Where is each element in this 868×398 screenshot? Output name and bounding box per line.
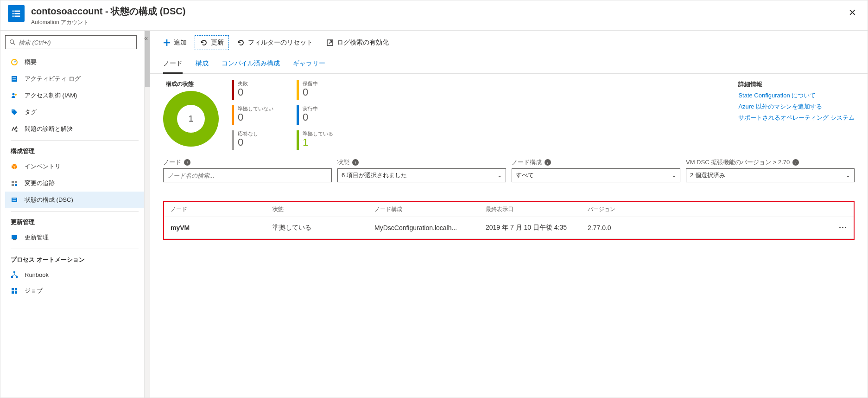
enable-log-search-button[interactable]: ログ検索の有効化 <box>321 35 394 50</box>
stat-value: 0 <box>238 137 258 148</box>
external-link-icon <box>326 39 334 47</box>
table-header-row: ノード 状態 ノード構成 最終表示日 バージョン <box>164 202 854 217</box>
status-counts: 失敗0保留中0準拠していない0実行中0応答なし0準拠している1 <box>232 80 352 150</box>
sidebar-item-tags[interactable]: タグ <box>5 104 144 121</box>
col-status[interactable]: 状態 <box>272 205 374 213</box>
cell-last: 2019 年 7 月 10 日午後 4:35 <box>486 224 588 232</box>
sidebar-item-jobs[interactable]: ジョブ <box>5 282 144 299</box>
info-icon[interactable]: i <box>545 159 551 166</box>
svg-point-12 <box>13 93 15 96</box>
chevron-down-icon: ⌄ <box>497 172 502 179</box>
button-label: 追加 <box>174 39 187 47</box>
chevron-down-icon: ⌄ <box>846 172 850 179</box>
svg-rect-17 <box>12 184 14 186</box>
tab-gallery[interactable]: ギャラリー <box>293 55 325 73</box>
page-subtitle: Automation アカウント <box>31 19 845 26</box>
stat-item: 応答なし0 <box>232 130 287 150</box>
runbook-icon <box>11 271 18 278</box>
chevron-down-icon: ⌄ <box>672 172 676 179</box>
filter-version-label: VM DSC 拡張機能のバージョン > 2.70i <box>686 158 855 167</box>
button-label: 更新 <box>211 39 224 47</box>
nav-label: 更新管理 <box>25 233 49 242</box>
tab-configurations[interactable]: 構成 <box>196 55 209 73</box>
change-tracking-icon <box>11 180 18 187</box>
table-row[interactable]: myVM 準拠している MyDscConfiguration.localh...… <box>164 217 854 239</box>
nav-label: アクティビティ ログ <box>25 75 81 83</box>
info-icon[interactable]: i <box>352 159 359 166</box>
nav-label: アクセス制御 (IAM) <box>25 91 77 100</box>
svg-line-7 <box>13 43 15 45</box>
stat-bar <box>297 105 299 125</box>
node-search-input[interactable] <box>167 172 328 179</box>
sidebar-item-iam[interactable]: アクセス制御 (IAM) <box>5 87 144 104</box>
row-actions-button[interactable]: ··· <box>819 223 847 233</box>
col-last[interactable]: 最終表示日 <box>486 205 588 213</box>
sidebar-item-diagnose[interactable]: 問題の診断と解決 <box>5 121 144 137</box>
sidebar-item-overview[interactable]: 概要 <box>5 54 144 71</box>
sidebar-item-dsc[interactable]: 状態の構成 (DSC) <box>5 192 144 208</box>
nav-label: タグ <box>25 108 37 116</box>
cell-config: MyDscConfiguration.localh... <box>374 224 486 231</box>
filter-config-select[interactable]: すべて ⌄ <box>512 168 680 182</box>
nav-label: 変更の追跡 <box>25 179 55 187</box>
svg-rect-3 <box>14 13 20 14</box>
sidebar-item-activity-log[interactable]: アクティビティ ログ <box>5 71 144 87</box>
nav-section-config: 構成管理 <box>5 141 144 158</box>
diagnose-icon <box>11 125 18 133</box>
tab-nodes[interactable]: ノード <box>163 55 183 73</box>
activity-log-icon <box>11 75 18 83</box>
sidebar-item-inventory[interactable]: インベントリ <box>5 158 144 175</box>
stat-item: 準拠している1 <box>297 130 352 150</box>
info-icon[interactable]: i <box>792 159 799 166</box>
stat-item: 準拠していない0 <box>232 105 287 125</box>
svg-rect-24 <box>13 271 15 273</box>
stat-bar <box>297 80 299 100</box>
col-version[interactable]: バージョン <box>588 205 819 213</box>
filter-version-select[interactable]: 2 個選択済み ⌄ <box>686 168 855 182</box>
info-link-supported-os[interactable]: サポートされるオペレーティング システム <box>738 114 855 122</box>
svg-rect-15 <box>12 181 14 183</box>
svg-rect-1 <box>14 11 20 12</box>
svg-rect-21 <box>13 200 16 201</box>
nav-label: 概要 <box>25 58 37 66</box>
filter-node-label: ノードi <box>163 158 332 167</box>
sidebar-item-runbook[interactable]: Runbook <box>5 267 144 282</box>
filter-config-label: ノード構成i <box>512 158 680 167</box>
search-icon <box>9 39 16 45</box>
svg-rect-22 <box>12 235 17 239</box>
filter-status-label: 状態i <box>337 158 506 167</box>
stat-item: 失敗0 <box>232 80 287 100</box>
info-title: 詳細情報 <box>738 80 855 89</box>
stat-item: 保留中0 <box>297 80 352 100</box>
update-icon <box>11 234 18 241</box>
tab-compiled[interactable]: コンパイル済み構成 <box>222 55 280 73</box>
refresh-button[interactable]: 更新 <box>195 35 229 50</box>
info-icon[interactable]: i <box>184 159 190 166</box>
col-node[interactable]: ノード <box>171 205 272 213</box>
nav-label: Runbook <box>25 271 49 278</box>
close-button[interactable]: ✕ <box>845 5 860 20</box>
add-button[interactable]: 追加 <box>158 35 192 50</box>
select-value: 2 個選択済み <box>690 171 725 180</box>
button-label: ログ検索の有効化 <box>337 39 389 47</box>
stat-value: 1 <box>303 137 333 148</box>
info-link-about[interactable]: State Configuration について <box>738 91 855 100</box>
filter-status-select[interactable]: 6 項目が選択されました ⌄ <box>337 168 506 182</box>
reset-filter-button[interactable]: フィルターのリセット <box>232 35 318 50</box>
resource-icon <box>8 5 25 22</box>
svg-rect-25 <box>11 276 13 278</box>
dsc-icon <box>11 196 18 204</box>
sidebar-item-update-management[interactable]: 更新管理 <box>5 229 144 246</box>
sidebar: « 概要 アクティビティ ログ アクセス制御 (IAM) <box>0 31 144 398</box>
stat-bar <box>232 80 234 100</box>
sidebar-search-input[interactable] <box>19 39 133 46</box>
stat-bar <box>232 130 234 150</box>
sidebar-scrollbar[interactable] <box>144 31 150 398</box>
donut-chart: 1 <box>163 91 219 147</box>
sidebar-item-change-tracking[interactable]: 変更の追跡 <box>5 175 144 192</box>
col-config[interactable]: ノード構成 <box>374 205 486 213</box>
filter-node-input[interactable] <box>163 168 332 182</box>
sidebar-search[interactable] <box>5 35 137 49</box>
info-link-add-machine[interactable]: Azure 以外のマシンを追加する <box>738 103 855 111</box>
inventory-icon <box>11 163 18 170</box>
